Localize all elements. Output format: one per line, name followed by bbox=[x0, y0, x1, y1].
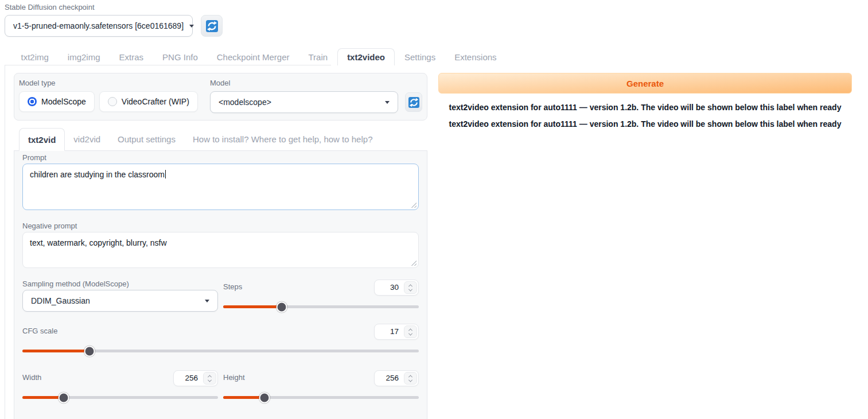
settings-column: Model type ModelScope VideoCrafter (WIP)… bbox=[14, 65, 427, 419]
slider-thumb[interactable] bbox=[259, 392, 270, 403]
height-label: Height bbox=[223, 373, 245, 382]
radio-videocrafter[interactable]: VideoCrafter (WIP) bbox=[99, 91, 198, 112]
height-spinner[interactable] bbox=[404, 372, 417, 385]
negative-prompt-value: text, watermark, copyright, blurry, nsfw bbox=[30, 238, 167, 247]
resize-grip-icon[interactable] bbox=[411, 202, 417, 208]
width-slider[interactable] bbox=[22, 392, 218, 403]
radio-selected-icon bbox=[28, 97, 37, 106]
output-column: Generate text2video extension for auto11… bbox=[438, 65, 852, 133]
refresh-icon bbox=[408, 97, 419, 108]
chevron-down-icon bbox=[408, 378, 412, 382]
model-refresh-button[interactable] bbox=[405, 92, 422, 112]
height-number-input[interactable]: 256 bbox=[374, 370, 419, 386]
cfg-slider[interactable] bbox=[22, 346, 419, 356]
generate-button-label: Generate bbox=[626, 79, 664, 88]
refresh-icon bbox=[206, 20, 218, 32]
caret-down-icon bbox=[189, 25, 194, 28]
caret-down-icon bbox=[385, 101, 390, 104]
tab-extensions[interactable]: Extensions bbox=[445, 49, 506, 65]
checkpoint-select[interactable]: v1-5-pruned-emaonly.safetensors [6ce0161… bbox=[5, 15, 193, 37]
status-area: text2video extension for auto1111 — vers… bbox=[438, 99, 852, 133]
steps-spinner[interactable] bbox=[404, 281, 417, 294]
tab-train[interactable]: Train bbox=[299, 49, 337, 65]
height-group: Height 256 bbox=[223, 370, 419, 403]
sub-tab-bar: txt2vid vid2vid Output settings How to i… bbox=[14, 128, 427, 151]
text-cursor bbox=[165, 170, 166, 179]
checkpoint-value: v1-5-pruned-emaonly.safetensors [6ce0161… bbox=[13, 21, 184, 30]
prompt-input[interactable]: children are studying in the classroom bbox=[22, 164, 419, 210]
radio-videocrafter-label: VideoCrafter (WIP) bbox=[122, 97, 189, 106]
app-root: Stable Diffusion checkpoint v1-5-pruned-… bbox=[0, 0, 868, 419]
slider-fill bbox=[223, 396, 264, 399]
slider-thumb[interactable] bbox=[58, 392, 69, 403]
tab-png-info[interactable]: PNG Info bbox=[153, 49, 208, 65]
cfg-group: CFG scale 17 bbox=[22, 324, 419, 356]
prompt-label: Prompt bbox=[22, 153, 419, 162]
radio-modelscope-label: ModelScope bbox=[41, 97, 86, 106]
sampling-group: Sampling method (ModelScope) DDIM_Gaussi… bbox=[22, 280, 218, 312]
status-line: text2video extension for auto1111 — vers… bbox=[438, 116, 852, 133]
height-slider[interactable] bbox=[223, 392, 419, 403]
width-value: 256 bbox=[174, 371, 202, 386]
generate-button[interactable]: Generate bbox=[438, 73, 852, 94]
tab-checkpoint-merger[interactable]: Checkpoint Merger bbox=[207, 49, 299, 65]
sampling-select[interactable]: DDIM_Gaussian bbox=[22, 290, 218, 312]
radio-modelscope[interactable]: ModelScope bbox=[19, 91, 95, 112]
chevron-down-icon bbox=[208, 378, 212, 382]
steps-group: Steps 30 bbox=[223, 280, 419, 312]
tab-txt2video[interactable]: txt2video bbox=[337, 48, 395, 65]
model-type-label: Model type bbox=[19, 79, 198, 88]
status-line: text2video extension for auto1111 — vers… bbox=[438, 99, 852, 116]
subtab-help[interactable]: How to install? Where to get help, how t… bbox=[184, 128, 382, 151]
subtab-txt2vid[interactable]: txt2vid bbox=[19, 128, 65, 151]
sampling-label: Sampling method (ModelScope) bbox=[22, 280, 218, 288]
width-group: Width 256 bbox=[22, 370, 218, 403]
model-group: Model <modelscope> bbox=[210, 79, 422, 113]
main-tab-bar: txt2img img2img Extras PNG Info Checkpoi… bbox=[5, 48, 868, 65]
checkpoint-refresh-button[interactable] bbox=[201, 15, 223, 37]
sampling-value: DDIM_Gaussian bbox=[31, 296, 90, 305]
tab-extras[interactable]: Extras bbox=[110, 49, 153, 65]
model-select[interactable]: <modelscope> bbox=[210, 91, 398, 113]
caret-down-icon bbox=[205, 300, 209, 302]
model-form: Model type ModelScope VideoCrafter (WIP)… bbox=[14, 73, 427, 121]
slider-fill bbox=[22, 350, 89, 352]
prompt-value: children are studying in the classroom bbox=[30, 170, 165, 179]
height-value: 256 bbox=[375, 371, 403, 386]
tab-img2img[interactable]: img2img bbox=[58, 49, 110, 65]
negative-prompt-label: Negative prompt bbox=[22, 222, 419, 230]
cfg-number-input[interactable]: 17 bbox=[374, 324, 419, 340]
slider-fill bbox=[223, 305, 282, 308]
steps-value: 30 bbox=[375, 280, 403, 295]
tab-settings[interactable]: Settings bbox=[395, 49, 445, 65]
subtab-vid2vid[interactable]: vid2vid bbox=[65, 128, 109, 151]
cfg-spinner[interactable] bbox=[404, 325, 417, 338]
tab-txt2img[interactable]: txt2img bbox=[11, 49, 58, 65]
model-type-group: Model type ModelScope VideoCrafter (WIP) bbox=[19, 79, 198, 113]
cfg-value: 17 bbox=[375, 324, 403, 339]
width-number-input[interactable]: 256 bbox=[173, 370, 218, 386]
negative-prompt-input[interactable]: text, watermark, copyright, blurry, nsfw bbox=[22, 232, 419, 268]
chevron-down-icon bbox=[408, 331, 412, 335]
steps-slider[interactable] bbox=[223, 301, 419, 312]
model-label: Model bbox=[210, 79, 422, 88]
cfg-label: CFG scale bbox=[22, 327, 57, 335]
resize-grip-icon[interactable] bbox=[411, 260, 417, 266]
panel-left-border bbox=[5, 65, 5, 419]
slider-fill bbox=[22, 396, 64, 399]
steps-label: Steps bbox=[223, 282, 242, 291]
width-label: Width bbox=[22, 373, 41, 382]
chevron-down-icon bbox=[408, 287, 412, 291]
slider-thumb[interactable] bbox=[277, 301, 287, 312]
checkpoint-area: Stable Diffusion checkpoint v1-5-pruned-… bbox=[5, 3, 223, 37]
radio-unselected-icon bbox=[108, 97, 117, 106]
steps-number-input[interactable]: 30 bbox=[374, 280, 419, 296]
width-spinner[interactable] bbox=[203, 372, 216, 385]
slider-thumb[interactable] bbox=[84, 346, 95, 356]
txt2vid-panel: Prompt children are studying in the clas… bbox=[14, 151, 427, 419]
model-value: <modelscope> bbox=[219, 98, 271, 107]
checkpoint-label: Stable Diffusion checkpoint bbox=[5, 3, 223, 12]
subtab-output-settings[interactable]: Output settings bbox=[109, 128, 184, 151]
